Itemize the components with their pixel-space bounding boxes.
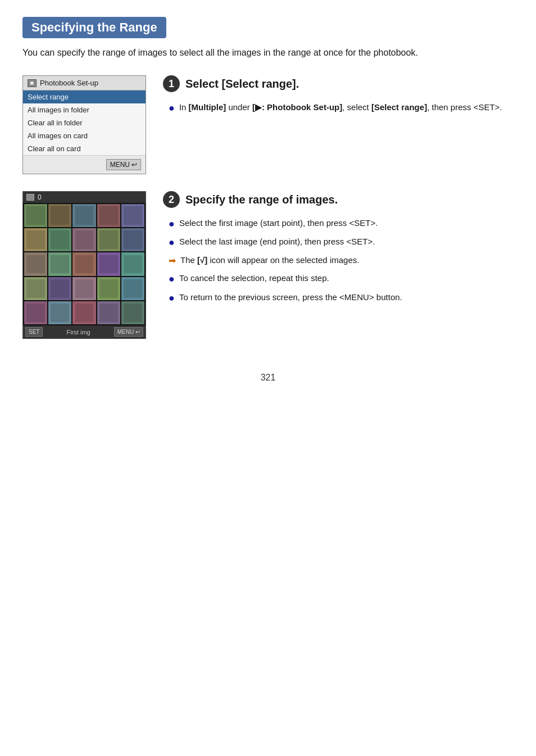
thumb-cell [72, 228, 96, 251]
menu-item-all-images-card[interactable]: All images on card [23, 129, 146, 142]
step2-header: 2 Specify the range of images. [163, 191, 338, 208]
thumbnail-grid-mockup: 0 [22, 191, 146, 339]
step2-bullet-1: ● Select the first image (start point), … [169, 217, 514, 231]
step2-content: 2 Specify the range of images. ● Select … [163, 191, 514, 310]
bullet-dot-icon: ● [169, 291, 175, 305]
step2-bullet-5: ● To return to the previous screen, pres… [169, 291, 514, 305]
step1-bullets: ● In [Multiple] under [▶: Photobook Set-… [169, 101, 514, 115]
step1-bullet-text: In [Multiple] under [▶: Photobook Set-up… [179, 101, 502, 114]
bullet-dot-icon: ● [169, 217, 175, 231]
folder-icon [26, 194, 34, 201]
bullet-arrow-icon: ➡ [169, 254, 176, 268]
thumb-top-bar: 0 [23, 192, 146, 203]
thumb-cell [48, 228, 71, 251]
step2-bullet-text-1: Select the first image (start point), th… [179, 217, 378, 230]
page-title: Specifying the Range [22, 17, 166, 38]
thumb-grid [23, 203, 146, 325]
step1-bullet-1: ● In [Multiple] under [▶: Photobook Set-… [169, 101, 514, 115]
thumb-cell [48, 204, 71, 227]
menu-back-icon: ↩ [131, 161, 137, 169]
step2-title: Specify the range of images. [185, 193, 338, 206]
step2-bullet-4: ● To cancel the selection, repeat this s… [169, 272, 514, 286]
first-img-label: First img [67, 329, 90, 336]
thumb-cell [97, 204, 120, 227]
menu-btn-label: MENU [110, 161, 130, 169]
thumb-cell [121, 204, 144, 227]
menu-footer: MENU ↩ [23, 155, 146, 174]
step2-bullets: ● Select the first image (start point), … [169, 217, 514, 305]
thumb-cell [121, 277, 144, 300]
menu-item-clear-all-folder[interactable]: Clear all in folder [23, 116, 146, 129]
step2-number: 2 [163, 191, 180, 208]
step2-bullet-text-2: Select the last image (end point), then … [179, 236, 375, 248]
thumb-cell [121, 301, 144, 324]
thumb-cell [48, 301, 71, 324]
step2-bullet-2: ● Select the last image (end point), the… [169, 236, 514, 250]
menu-header: ▣ Photobook Set-up [23, 76, 146, 90]
menu-button[interactable]: MENU ↩ [106, 159, 141, 170]
step1-title: Select [Select range]. [185, 78, 299, 90]
thumb-cell [24, 252, 47, 275]
step1-header: 1 Select [Select range]. [163, 75, 299, 92]
step2-bullet-text-4: To cancel the selection, repeat this ste… [179, 272, 329, 285]
menu-thumb-label: MENU [117, 329, 134, 335]
bullet-dot-icon: ● [169, 236, 175, 250]
step1-content: 1 Select [Select range]. ● In [Multiple]… [163, 75, 514, 120]
menu-item-all-images-folder[interactable]: All images in folder [23, 103, 146, 116]
page-number: 321 [22, 373, 514, 383]
thumb-cell [97, 228, 120, 251]
thumb-cell [97, 252, 120, 275]
step1-row: ▣ Photobook Set-up Select range All imag… [22, 75, 514, 174]
photobook-icon: ▣ [28, 79, 37, 87]
menu-item-clear-all-card[interactable]: Clear all on card [23, 142, 146, 155]
thumb-cell [24, 228, 47, 251]
menu-mockup: ▣ Photobook Set-up Select range All imag… [22, 75, 146, 174]
thumb-cell [72, 204, 96, 227]
thumb-cell [48, 277, 71, 300]
step2-row: 0 [22, 191, 514, 339]
thumb-cell [97, 301, 120, 324]
thumb-cell [72, 252, 96, 275]
intro-text: You can specify the range of images to s… [22, 46, 483, 60]
thumb-cell [24, 277, 47, 300]
step2-bullet-3: ➡ The [√] icon will appear on the select… [169, 254, 514, 268]
thumb-cell [72, 277, 96, 300]
thumb-cell [97, 277, 120, 300]
thumb-cell [121, 252, 144, 275]
set-button[interactable]: SET [25, 327, 43, 337]
menu-thumb-button[interactable]: MENU ↩ [114, 327, 143, 337]
step2-bullet-text-5: To return to the previous screen, press … [179, 291, 402, 304]
menu-thumb-back-icon: ↩ [135, 329, 140, 335]
step2-bullet-text-3: The [√] icon will appear on the selected… [180, 254, 359, 267]
bullet-dot-icon: ● [169, 101, 175, 115]
step1-number: 1 [163, 75, 180, 92]
thumb-cell [72, 301, 96, 324]
bullet-dot-icon: ● [169, 272, 175, 286]
thumb-bottom-bar: SET First img MENU ↩ [23, 325, 146, 338]
thumb-cell [24, 301, 47, 324]
menu-header-label: Photobook Set-up [40, 79, 98, 87]
menu-item-select-range[interactable]: Select range [23, 90, 146, 103]
thumb-count: 0 [38, 193, 42, 201]
thumb-cell [24, 204, 47, 227]
thumb-cell [48, 252, 71, 275]
thumb-cell [121, 228, 144, 251]
